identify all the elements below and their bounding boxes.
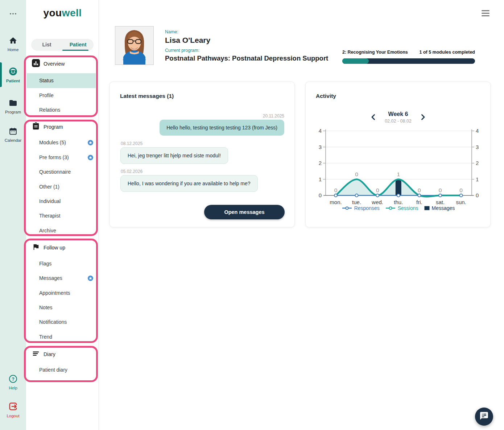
help-icon: ?: [9, 378, 17, 384]
sidebar-item-questionnaire[interactable]: Questionnaire: [27, 165, 96, 179]
sidebar-item-notes[interactable]: Notes: [27, 300, 96, 315]
logo-text-you: you: [43, 7, 62, 18]
section-title: Overview: [44, 61, 65, 67]
svg-text:mon.: mon.: [330, 199, 342, 205]
active-tab-underline: [62, 50, 88, 51]
clipboard-icon: [32, 122, 40, 132]
sidebar-item-status[interactable]: Status: [27, 73, 96, 88]
sidebar-item-profile[interactable]: Profile: [27, 88, 96, 103]
logout-button[interactable]: Logout: [0, 402, 26, 418]
svg-text:1: 1: [397, 171, 400, 177]
svg-text:2: 2: [476, 160, 479, 166]
svg-text:1: 1: [319, 176, 322, 182]
patient-icon: [8, 71, 18, 77]
section-header-diary: Diary: [32, 350, 55, 359]
home-icon: [9, 40, 17, 46]
legend-label: Sessions: [398, 205, 418, 211]
svg-text:0: 0: [334, 187, 338, 193]
message-bubble-incoming: Hei, jeg trenger litt hjelp med siste mo…: [120, 147, 228, 164]
flag-icon: [32, 243, 40, 252]
legend-item-sessions[interactable]: Sessions: [385, 205, 418, 211]
svg-text:4: 4: [476, 128, 479, 134]
svg-text:0: 0: [355, 171, 358, 177]
tab-patient[interactable]: Patient: [62, 39, 94, 51]
activity-card-title: Activity: [316, 93, 336, 99]
sidebar-item-program[interactable]: Program: [0, 99, 26, 114]
svg-text:0: 0: [439, 187, 442, 193]
svg-text:1: 1: [476, 176, 479, 182]
app-logo[interactable]: youwell: [26, 7, 99, 19]
sidebar-item-modules[interactable]: Modules (5): [27, 135, 96, 150]
svg-text:0: 0: [418, 187, 421, 193]
sidebar-item-other[interactable]: Other (1): [27, 179, 96, 194]
legend-item-messages[interactable]: Messages: [424, 205, 455, 211]
chart-legend: Responses Sessions Messages: [306, 205, 491, 211]
sidebar-item-notifications[interactable]: Notifications: [27, 315, 96, 329]
sidebar-item-relations[interactable]: Relations: [27, 103, 96, 117]
svg-text:0: 0: [319, 192, 322, 198]
sidebar-item-messages[interactable]: Messages: [27, 271, 96, 285]
sidebar-item-home[interactable]: Home: [0, 36, 26, 52]
new-content-badge-icon: [88, 155, 93, 160]
svg-text:0: 0: [476, 192, 479, 198]
sidebar-item-trend[interactable]: Trend: [27, 330, 96, 344]
sidebar-item-appointments[interactable]: Appointments: [27, 286, 96, 300]
sidebar-item-patient[interactable]: Patient: [0, 67, 26, 83]
section-title: Follow up: [44, 245, 65, 251]
svg-text:?: ?: [12, 377, 15, 382]
chat-fab-button[interactable]: [475, 408, 493, 426]
activity-card: Activity Week 6 02.02 - 08.02 0011223344…: [305, 82, 491, 227]
more-options-icon[interactable]: [0, 10, 26, 17]
sidebar-item-individual[interactable]: Individual: [27, 194, 96, 208]
help-button[interactable]: ? Help: [0, 375, 26, 390]
svg-text:sun.: sun.: [456, 199, 466, 205]
svg-text:4: 4: [319, 128, 322, 134]
svg-text:wed.: wed.: [371, 199, 383, 205]
current-program-label: Current program:: [165, 48, 199, 53]
sidebar-item-calendar[interactable]: Calendar: [0, 127, 26, 142]
section-header-overview: Overview: [32, 59, 65, 69]
svg-text:0: 0: [459, 187, 463, 193]
section-title: Program: [44, 124, 63, 130]
module-progress-labels: 2: Recognising Your Emotions 1 of 5 modu…: [342, 50, 475, 55]
svg-text:0: 0: [376, 187, 379, 193]
bar-chart-icon: [32, 59, 40, 69]
rail-item-label: Help: [0, 386, 26, 390]
svg-text:sat.: sat.: [436, 199, 445, 205]
svg-text:fri.: fri.: [416, 199, 422, 205]
message-date: 05.02.2026: [121, 169, 142, 174]
new-content-badge-icon: [88, 140, 93, 145]
new-content-badge-icon: [88, 276, 93, 281]
section-title: Diary: [44, 351, 55, 357]
latest-messages-card: Latest messages (1) 20.11.2025 Hello hel…: [110, 82, 295, 227]
rail-item-label: Patient: [0, 79, 26, 83]
message-bubble-outgoing: Hello hello, testing testing testing 123…: [160, 120, 284, 136]
svg-text:3: 3: [319, 144, 322, 150]
open-messages-button[interactable]: Open messages: [204, 205, 285, 219]
sidebar-item-archive[interactable]: Archive: [27, 223, 96, 238]
logo-text-well: well: [62, 7, 82, 18]
rail-item-label: Program: [0, 110, 26, 114]
modules-completed-label: 1 of 5 modules completed: [419, 50, 475, 55]
legend-item-responses[interactable]: Responses: [342, 205, 380, 211]
patient-name: Lisa O'Leary: [165, 36, 210, 45]
legend-label: Messages: [432, 205, 455, 211]
rail-item-label: Home: [0, 47, 26, 52]
module-progress-fill: [342, 58, 369, 64]
next-week-icon[interactable]: [419, 113, 427, 121]
tab-list[interactable]: List: [31, 39, 62, 51]
menu-icon[interactable]: [482, 10, 489, 17]
rail-item-label: Calendar: [0, 138, 26, 142]
svg-text:tue.: tue.: [352, 199, 361, 205]
name-label: Name:: [165, 29, 178, 34]
calendar-icon: [9, 131, 17, 137]
sidebar-item-patient-diary[interactable]: Patient diary: [27, 363, 96, 377]
sidebar-item-therapist[interactable]: Therapist: [27, 208, 96, 223]
message-date: 08.12.2025: [121, 141, 142, 146]
sidebar-item-flags[interactable]: Flags: [27, 256, 96, 271]
message-date: 20.11.2025: [263, 113, 284, 119]
program-title: Postnatal Pathways: Postnatal Depression…: [165, 54, 328, 62]
section-header-follow-up: Follow up: [32, 243, 65, 252]
message-bubble-incoming: Hello, I was wondering if you are availa…: [120, 175, 258, 192]
sidebar-item-pre-forms[interactable]: Pre forms (3): [27, 150, 96, 165]
